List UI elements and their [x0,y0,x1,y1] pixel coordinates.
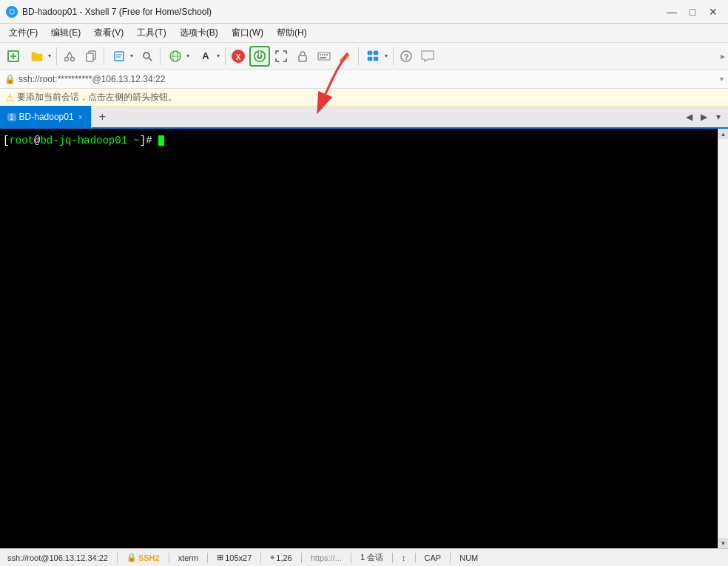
copy-button[interactable] [81,46,101,67]
lock-icon: 🔒 [4,74,16,84]
status-sep7 [392,553,393,563]
svg-rect-20 [299,55,306,61]
svg-rect-24 [324,54,326,55]
lock-button[interactable] [292,46,313,67]
session-manager-button[interactable]: ▾ [361,46,391,67]
status-sep8 [415,553,416,563]
svg-line-13 [149,58,152,61]
tab-list-button[interactable]: ▾ [712,110,725,124]
xshell-icon-button[interactable]: X [228,46,249,67]
status-url-text: https://... [311,553,342,562]
close-button[interactable]: ✕ [704,4,722,19]
menu-help[interactable]: 帮助(H) [271,25,313,41]
svg-rect-21 [318,53,330,60]
sessions-value: 1 会话 [360,552,383,563]
info-icon: ⚠ [6,92,14,103]
toolbar-expand[interactable]: ▸ [721,51,725,61]
status-size: ⊞ 105x27 [214,553,255,562]
theme-dropdown-arrow: ▾ [186,53,190,59]
status-sep4 [260,553,261,563]
status-bar: ssh://root@106.13.12.34:22 🔒 SSH2 xterm … [0,548,728,566]
svg-rect-26 [320,57,326,58]
font-dropdown-arrow: ▾ [216,53,220,59]
maximize-button[interactable]: □ [684,4,701,19]
window-title: BD-hadoop01 - Xshell 7 (Free for Home/Sc… [22,7,212,17]
svg-point-3 [65,57,69,61]
edit-button[interactable]: ▾ [107,46,136,67]
app-icon: ⬡ [6,6,18,18]
svg-rect-30 [368,51,372,55]
theme-button[interactable]: ▾ [163,46,192,67]
chat-button[interactable] [417,46,438,67]
menu-file[interactable]: 文件(F) [3,25,44,41]
svg-line-6 [70,52,73,58]
terminal[interactable]: [root@bd-jq-hadoop01 ~]# [0,129,718,548]
scrollbar-up-button[interactable]: ▲ [718,129,729,139]
open-dropdown-arrow: ▾ [47,53,52,59]
scrollbar-down-button[interactable]: ▼ [718,538,729,548]
tab-next-button[interactable]: ▶ [697,110,710,124]
svg-rect-22 [320,54,321,55]
help-button[interactable]: ? [396,46,417,67]
title-bar: ⬡ BD-hadoop01 - Xshell 7 (Free for Home/… [0,0,728,24]
info-bar: ⚠ 要添加当前会话，点击左侧的箭头按钮。 [0,89,728,107]
tab-title: BD-hadoop01 [19,112,74,122]
tab-close-button[interactable]: × [77,113,84,121]
svg-rect-32 [368,57,372,61]
prompt-close-bracket: ] [140,135,146,146]
svg-text:X: X [236,53,241,61]
minimize-button[interactable]: — [663,4,681,19]
menu-tools[interactable]: 工具(T) [131,25,172,41]
size-value: 105x27 [225,553,252,562]
open-button[interactable]: ▾ [24,46,54,67]
new-session-button[interactable] [3,46,24,67]
encoding-value: xterm [178,553,199,562]
menu-view[interactable]: 查看(V) [88,25,129,41]
terminal-prompt: [root@bd-jq-hadoop01 ~]# [3,135,715,146]
num-label: NUM [459,553,478,562]
tab-prev-button[interactable]: ◀ [682,110,695,124]
terminal-cursor [158,135,164,146]
title-bar-left: ⬡ BD-hadoop01 - Xshell 7 (Free for Home/… [6,6,212,18]
tab-bar: 1 BD-hadoop01 × + ◀ ▶ ▾ [0,107,728,129]
status-sep2 [169,553,169,563]
address-bar: 🔒 ssh://root:**********@106.13.12.34:22 … [0,70,728,89]
font-button[interactable]: A ▾ [193,46,223,67]
status-url: https://... [308,553,345,562]
svg-point-12 [144,53,149,58]
session-tab[interactable]: 1 BD-hadoop01 × [0,106,92,128]
status-sep9 [450,553,451,563]
status-download-upload: ↕ [399,553,409,562]
svg-rect-8 [87,53,93,61]
scrollbar-track[interactable] [718,139,729,538]
sep2 [104,47,104,65]
info-message: 要添加当前会话，点击左侧的箭头按钮。 [17,91,177,104]
search-button[interactable] [137,46,158,67]
connect-button[interactable] [249,46,270,67]
address-dropdown-arrow[interactable]: ▾ [720,75,724,83]
menu-tab[interactable]: 选项卡(B) [174,25,224,41]
prompt-hash: # [146,135,158,146]
sep1 [56,47,57,65]
cut-button[interactable] [59,46,80,67]
edit-session-button[interactable] [335,46,356,67]
status-sep6 [351,553,351,563]
menu-window[interactable]: 窗口(W) [226,25,269,41]
new-tab-button[interactable]: + [93,108,111,126]
status-sep3 [207,553,208,563]
ssh-address: ssh://root:**********@106.13.12.34:22 [18,74,717,84]
prompt-path: ~ [133,135,139,146]
status-sep5 [301,553,302,563]
sep3 [160,47,161,65]
terminal-wrapper: [root@bd-jq-hadoop01 ~]# ▲ ▼ [0,129,728,548]
protocol-icon: 🔒 [127,553,137,562]
menu-edit[interactable]: 编辑(E) [45,25,87,41]
fullscreen-button[interactable] [271,46,291,67]
status-encoding: xterm [175,553,202,562]
status-protocol: SSH2 [138,553,160,562]
menu-bar: 文件(F) 编辑(E) 查看(V) 工具(T) 选项卡(B) 窗口(W) 帮助(… [0,24,728,43]
keyboard-button[interactable] [314,46,334,67]
size-icon: ⊞ [217,553,223,562]
sep6 [393,47,394,65]
status-protocol-icon: 🔒 SSH2 [124,553,163,562]
